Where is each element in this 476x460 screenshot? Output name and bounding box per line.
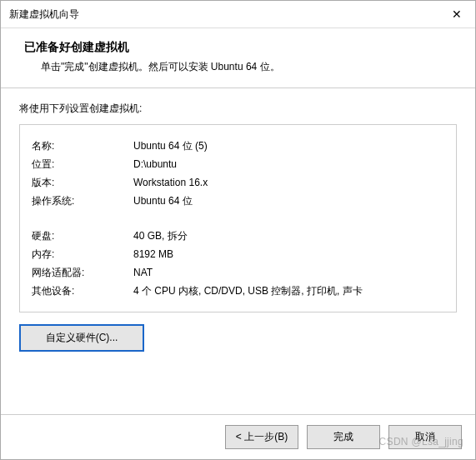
summary-row: 操作系统: Ubuntu 64 位	[32, 192, 444, 210]
header-subtitle: 单击"完成"创建虚拟机。然后可以安装 Ubuntu 64 位。	[24, 60, 452, 74]
summary-value: Ubuntu 64 位	[133, 192, 444, 210]
customize-hardware-button[interactable]: 自定义硬件(C)...	[19, 324, 144, 352]
cancel-button[interactable]: 取消	[388, 425, 462, 449]
close-icon[interactable]: ✕	[447, 6, 467, 22]
summary-key: 其他设备:	[32, 282, 133, 300]
summary-row: 名称: Ubuntu 64 位 (5)	[32, 137, 444, 155]
summary-row: 内存: 8192 MB	[32, 245, 444, 263]
summary-key: 名称:	[32, 137, 133, 155]
titlebar: 新建虚拟机向导 ✕	[1, 1, 475, 28]
summary-value: 40 GB, 拆分	[133, 227, 444, 245]
window-title: 新建虚拟机向导	[9, 8, 79, 22]
summary-key: 位置:	[32, 155, 133, 173]
summary-value: 4 个 CPU 内核, CD/DVD, USB 控制器, 打印机, 声卡	[133, 282, 444, 300]
settings-intro: 将使用下列设置创建虚拟机:	[19, 102, 457, 116]
summary-value: 8192 MB	[133, 245, 444, 263]
summary-value: Ubuntu 64 位 (5)	[133, 137, 444, 155]
summary-row: 硬盘: 40 GB, 拆分	[32, 227, 444, 245]
wizard-header: 已准备好创建虚拟机 单击"完成"创建虚拟机。然后可以安装 Ubuntu 64 位…	[1, 28, 475, 88]
summary-key: 版本:	[32, 173, 133, 192]
summary-value: Workstation 16.x	[133, 173, 444, 192]
header-title: 已准备好创建虚拟机	[24, 40, 452, 55]
summary-row: 网络适配器: NAT	[32, 263, 444, 282]
finish-button[interactable]: 完成	[307, 425, 380, 449]
wizard-footer: < 上一步(B) 完成 取消 CSDN @Lsa_jjing	[1, 414, 475, 459]
settings-summary: 名称: Ubuntu 64 位 (5) 位置: D:\ubuntu 版本: Wo…	[19, 124, 457, 312]
summary-row: 位置: D:\ubuntu	[32, 155, 444, 173]
summary-key: 硬盘:	[32, 227, 133, 245]
summary-key: 操作系统:	[32, 192, 133, 210]
summary-row: 版本: Workstation 16.x	[32, 173, 444, 192]
summary-key: 内存:	[32, 245, 133, 263]
summary-row: 其他设备: 4 个 CPU 内核, CD/DVD, USB 控制器, 打印机, …	[32, 282, 444, 300]
wizard-content: 将使用下列设置创建虚拟机: 名称: Ubuntu 64 位 (5) 位置: D:…	[1, 88, 475, 414]
back-button[interactable]: < 上一步(B)	[225, 425, 298, 449]
summary-value: NAT	[133, 263, 444, 282]
summary-value: D:\ubuntu	[133, 155, 444, 173]
summary-key: 网络适配器:	[32, 263, 133, 282]
